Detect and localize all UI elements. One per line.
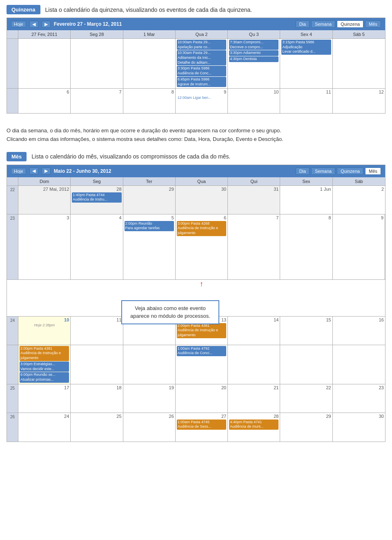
quinzena-dh-3: Qua 2 [176, 30, 228, 38]
mes-cal-header: Hoje ◀ ▶ Maio 22 - Junho 30, 2012 Dia Se… [7, 165, 385, 177]
mes-cell-22-ter: 29 [123, 186, 176, 214]
event-q-0-3-0[interactable]: 10:00am Pasta 29...Apelação parte co... [177, 40, 226, 50]
event-m-24b-qua-0[interactable]: 1:00am Pasta 4792Audiência de Conci... [177, 346, 226, 356]
event-q-0-4-0[interactable]: 7:30am Compromi...Decreve o compro... [229, 40, 278, 50]
mes-view-quinzena[interactable]: Quinzena [337, 167, 363, 175]
event-m-24b-dom-0[interactable]: 2:00pm Pasta 4381Audiência de Instrução … [20, 346, 69, 361]
event-m-22-seg-0[interactable]: 1:40pm Pasta 4744Audiência de Instru... [72, 192, 121, 203]
quinzena-row-0: 10:00am Pasta 29...Apelação parte co... … [7, 39, 385, 89]
quinzena-view-mes[interactable]: Mês [365, 20, 381, 28]
mes-view-mes[interactable]: Mês [365, 167, 381, 175]
mes-dh-qua: Qua [176, 177, 228, 185]
event-m-23-qua-0[interactable]: 3:00pm Pasta 4268Audiência de Instrução … [177, 221, 226, 236]
quinzena-week-0 [7, 39, 18, 88]
mes-day-10-today: 10 [20, 317, 69, 322]
mes-day-1jun: 1 Jun [281, 187, 331, 192]
mes-section-header: Mês Lista o calendário do mês, visualiza… [0, 147, 392, 165]
event-q-0-4-2[interactable]: 4:30pm Dentista [229, 56, 278, 62]
mes-cell-23-seg: 4 [71, 214, 123, 279]
day-num-6: 6 [20, 89, 69, 94]
mes-cell-24-seg: 11 [71, 317, 123, 345]
mes-cell-24b-dom[interactable]: 2:00pm Pasta 4381Audiência de Instrução … [18, 345, 71, 384]
mes-cell-23-qua[interactable]: 6 3:00pm Pasta 4268Audiência de Instruçã… [176, 214, 228, 279]
quinzena-cell-0-6 [333, 39, 385, 88]
mes-cell-26-dom: 24 [18, 413, 71, 442]
mes-view-dia[interactable]: Dia [296, 167, 310, 175]
quinzena-cell-0-3[interactable]: 10:00am Pasta 29...Apelação parte co... … [176, 39, 228, 88]
mes-day-8: 8 [281, 215, 331, 220]
mes-dh-qui: Qui [228, 177, 280, 185]
day-num-12: 12 [334, 89, 384, 94]
mes-day-14: 14 [229, 317, 278, 322]
mes-cell-25-qui: 21 [228, 384, 280, 413]
mes-dh-sab: Sáb [333, 177, 385, 185]
mes-today-btn[interactable]: Hoje [11, 168, 26, 174]
mes-cell-23-dom: 3 [18, 214, 71, 279]
quinzena-calendar: Hoje ◀ ▶ Fevereiro 27 - Março 12, 2011 D… [7, 18, 385, 114]
mes-view-semana[interactable]: Semana [311, 167, 335, 175]
event-m-24b-dom-1[interactable]: 3:00pm Estratégias...Vamos decidir este.… [20, 361, 69, 372]
event-m-23-ter-0[interactable]: 2:00pm ReuniãoPara agendar tarefas [125, 221, 174, 231]
quinzena-view-semana[interactable]: Semana [311, 20, 335, 28]
quinzena-cell-1-4: 10 [228, 89, 280, 113]
mes-week-24: 24 [7, 317, 18, 345]
quinzena-cell-0-5[interactable]: 3:15pm Pasta 5986AdjudicaçãoLevar certif… [280, 39, 332, 88]
quinzena-prev-btn[interactable]: ◀ [29, 21, 38, 28]
event-q-0-3-2[interactable]: 3:30pm Pasta 5986Audiência de Conc... [177, 66, 226, 76]
quinzena-cell-0-4[interactable]: 7:30am Compromi...Decreve o compro... 3:… [228, 39, 280, 88]
mes-cell-24-sex: 15 [280, 317, 332, 345]
mes-cell-24b-sab [333, 345, 385, 384]
quinzena-cell-0-0 [18, 39, 71, 88]
mes-cell-24b-seg [71, 345, 123, 384]
quinzena-dh-5: Sex 4 [280, 30, 332, 38]
event-m-26-qua-0[interactable]: 1:00am Pasta 4745Audiência de Sess... [177, 420, 226, 430]
mes-header-left: Hoje ◀ ▶ Maio 22 - Junho 30, 2012 [11, 167, 111, 174]
event-m-24-qua-0[interactable]: 2:00pm Pasta 4381Audiência de Instrução … [177, 323, 226, 338]
event-q-0-3-1[interactable]: 10:30am Pasta 29...Aditamento da Inic...… [177, 50, 226, 65]
mes-cell-25-seg: 18 [71, 384, 123, 413]
mes-day-6: 6 [177, 215, 226, 220]
mes-cell-24-sab: 16 [333, 317, 385, 345]
event-m-26-qui-0[interactable]: 4:40pm Pasta 4741Audiência de munt... [229, 420, 278, 430]
mes-cell-23-sex: 8 [280, 214, 332, 279]
today-label: Hoje 2:38pm [20, 323, 69, 327]
callout-text: Veja abaixo como este evento aparece no … [130, 305, 210, 319]
quinzena-view-quinzena[interactable]: Quinzena [337, 20, 363, 28]
mes-cell-25-qua: 20 [176, 384, 228, 413]
mes-day-28: 28 [72, 187, 121, 192]
quinzena-today-btn[interactable]: Hoje [11, 21, 26, 27]
quinzena-view-btns: Dia Semana Quinzena Mês [296, 20, 381, 28]
day-num-9: 9 [177, 89, 226, 94]
mes-cell-26-qua[interactable]: 27 1:00am Pasta 4745Audiência de Sess... [176, 413, 228, 442]
day-num-10: 10 [229, 89, 278, 94]
quinzena-cell-1-5: 11 [280, 89, 332, 113]
mes-cell-26-qui[interactable]: 28 4:40pm Pasta 4741Audiência de munt... [228, 413, 280, 442]
event-m-24b-dom-2[interactable]: 6:00pm Reunião se...Atualizar próximas..… [20, 372, 69, 382]
quinzena-view-dia[interactable]: Dia [296, 20, 310, 28]
event-q-1-3-0[interactable]: 12:00am Ligar ben... [177, 95, 226, 101]
text-para-2: Clicando em cima das informações, o sist… [7, 135, 385, 144]
event-q-0-3-3[interactable]: 6:45pm Pasta 5986Agrave de Instrum... [177, 77, 226, 87]
day-num-7: 7 [72, 89, 121, 94]
text-section: O dia da semana, o dia do mês, horário e… [0, 120, 392, 147]
mes-cell-24b-qua[interactable]: 1:00am Pasta 4792Audiência de Conci... [176, 345, 228, 384]
mes-cell-22-seg[interactable]: 28 1:40pm Pasta 4744Audiência de Instru.… [71, 186, 123, 214]
quinzena-row-1: 6 7 8 9 12:00am Ligar ben... 10 11 12 [7, 89, 385, 113]
mes-day-29: 29 [125, 187, 174, 192]
event-q-0-5-0[interactable]: 3:15pm Pasta 5986AdjudicaçãoLevar certif… [281, 40, 331, 55]
mes-day-7: 7 [229, 215, 278, 220]
mes-cell-22-sab: 2 [333, 186, 385, 214]
mes-cell-24-qui: 14 [228, 317, 280, 345]
mes-next-btn[interactable]: ▶ [42, 167, 51, 174]
quinzena-cell-1-3[interactable]: 9 12:00am Ligar ben... [176, 89, 228, 113]
quinzena-cell-0-1 [71, 39, 123, 88]
quinzena-next-btn[interactable]: ▶ [42, 21, 51, 28]
mes-cell-23-ter[interactable]: 5 2:00pm ReuniãoPara agendar tarefas [123, 214, 176, 279]
mes-prev-btn[interactable]: ◀ [29, 167, 38, 174]
quinzena-dh-2: 1 Mar [123, 30, 176, 38]
mes-week-25: 25 [7, 384, 18, 413]
quinzena-header-left: Hoje ◀ ▶ Fevereiro 27 - Março 12, 2011 [11, 21, 122, 28]
event-q-0-4-1[interactable]: 3:30pm Adiamento [229, 50, 278, 56]
mes-cell-26-ter: 26 [123, 413, 176, 442]
quinzena-days-header: 27 Fev, 2011 Seg 28 1 Mar Qua 2 Qu 3 Sex… [7, 30, 385, 39]
